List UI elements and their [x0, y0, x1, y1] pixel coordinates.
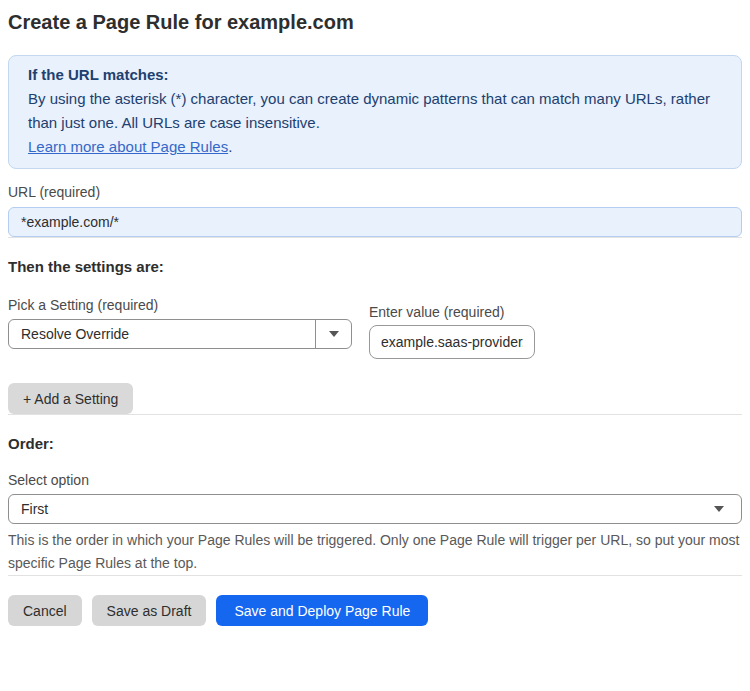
- learn-more-link[interactable]: Learn more about Page Rules: [28, 138, 228, 155]
- url-matches-info-box: If the URL matches: By using the asteris…: [8, 55, 742, 169]
- enter-value-column: Enter value (required): [369, 304, 535, 359]
- pick-setting-select[interactable]: Resolve Override: [8, 319, 352, 349]
- pick-setting-selected-value: Resolve Override: [9, 326, 315, 342]
- divider: [8, 575, 742, 576]
- link-suffix: .: [228, 138, 232, 155]
- url-input[interactable]: [8, 207, 742, 237]
- url-field-label: URL (required): [8, 184, 742, 201]
- enter-value-label: Enter value (required): [369, 304, 535, 321]
- settings-section-heading: Then the settings are:: [8, 258, 742, 276]
- order-select-label: Select option: [8, 472, 742, 489]
- setting-value-input[interactable]: [369, 325, 535, 359]
- pick-setting-column: Pick a Setting (required) Resolve Overri…: [8, 297, 352, 349]
- order-section-heading: Order:: [8, 435, 742, 453]
- caret-down-icon: [714, 506, 724, 512]
- divider: [8, 237, 742, 238]
- cancel-button[interactable]: Cancel: [8, 595, 82, 626]
- pick-setting-label: Pick a Setting (required): [8, 297, 352, 314]
- info-box-heading: If the URL matches:: [28, 63, 722, 87]
- info-box-body: By using the asterisk (*) character, you…: [28, 87, 722, 135]
- add-setting-button[interactable]: + Add a Setting: [8, 383, 133, 414]
- caret-wrap: [714, 506, 729, 512]
- save-draft-button[interactable]: Save as Draft: [92, 595, 207, 626]
- info-box-link-line: Learn more about Page Rules.: [28, 135, 722, 159]
- order-help-text: This is the order in which your Page Rul…: [8, 529, 742, 575]
- order-selected-value: First: [21, 501, 48, 517]
- select-arrow-section[interactable]: [315, 320, 351, 348]
- save-deploy-button[interactable]: Save and Deploy Page Rule: [216, 595, 428, 626]
- page-title: Create a Page Rule for example.com: [8, 10, 742, 34]
- caret-down-icon: [329, 331, 339, 337]
- settings-row: Pick a Setting (required) Resolve Overri…: [8, 297, 742, 359]
- divider: [8, 414, 742, 415]
- order-select[interactable]: First: [8, 494, 742, 524]
- footer-actions: Cancel Save as Draft Save and Deploy Pag…: [8, 595, 742, 626]
